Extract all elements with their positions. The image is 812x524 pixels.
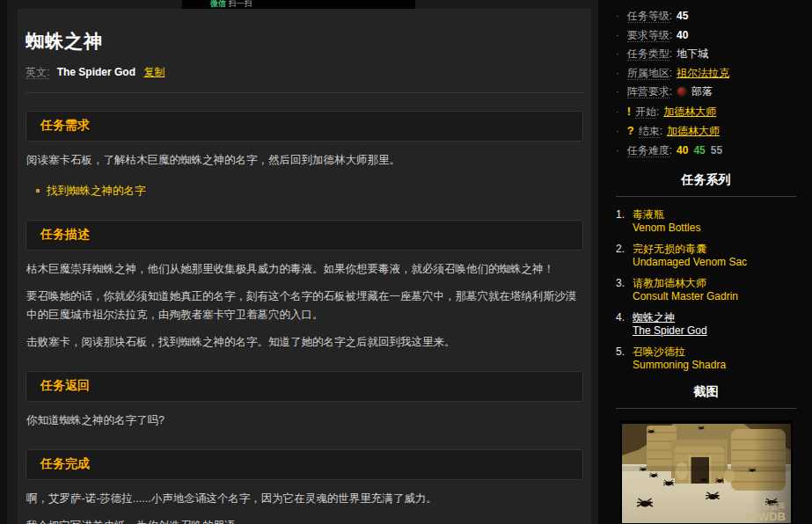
list-bullet-icon: · [616,11,619,21]
quest-series-list: 1.毒液瓶Venom Bottles2.完好无损的毒囊Undamaged Ven… [616,208,796,372]
quest-start-icon: ! [627,105,631,118]
english-label: 英文: [26,66,49,79]
difficulty-value: 55 [711,144,722,156]
section-body-2: 枯木巨魔崇拜蜘蛛之神，他们从她那里收集极具威力的毒液。如果你想要毒液，就必须召唤… [26,251,583,353]
series-item: 1.毒液瓶Venom Bottles [616,208,796,235]
quest-text-paragraph: 要召唤她的话，你就必须知道她真正的名字，刻有这个名字的石板被埋藏在一座墓穴中，那… [26,287,582,324]
quest-text-paragraph: 枯木巨魔崇拜蜘蛛之神，他们从她那里收集极具威力的毒液。如果你想要毒液，就必须召唤… [26,260,582,279]
detail-value: 地下城 [677,47,708,60]
detail-label: 所属地区 [627,67,669,80]
detail-link[interactable]: 加德林大师 [667,125,720,137]
series-number: 5. [616,346,633,372]
wechat-scan-label: 扫一扫 [229,0,252,8]
series-item: 3.请教加德林大师Consult Master Gadrin [616,277,796,303]
detail-row: ·任务类型:地下城 [616,45,796,64]
detail-row: ·阵营要求:部落 [616,83,796,102]
list-bullet-icon: · [616,68,619,78]
detail-row: ·要求等级:40 [616,26,796,46]
detail-link[interactable]: 加德林大师 [663,106,716,118]
series-item: 4.蜘蛛之神The Spider God [616,311,796,338]
series-number: 2. [616,243,633,269]
series-link-en[interactable]: The Spider God [633,324,707,338]
wechat-label: 微信 [210,0,226,8]
series-number: 4. [616,311,633,338]
section-header-3: 任务返回 [26,371,583,402]
series-link-en[interactable]: Summoning Shadra [633,359,726,372]
wechat-share-bar[interactable]: 微信 扫一扫 [182,0,415,9]
watermark-site-abbrev: 60WDB [745,510,786,523]
section-body-3: 你知道蜘蛛之神的名字了吗? [26,402,583,432]
detail-label: 开始 [635,106,656,119]
detail-value: 40 [677,29,688,41]
quest-end-icon: ? [627,124,634,137]
series-link-en[interactable]: Consult Master Gadrin [633,290,738,303]
section-header-2: 任务描述 [26,220,583,251]
detail-row: ·?结束:加德林大师 [616,121,796,142]
series-link-en[interactable]: Undamaged Venom Sac [633,256,747,269]
series-link-zh[interactable]: 蜘蛛之神 [633,311,707,324]
list-bullet-icon: · [616,30,619,40]
list-bullet-icon: · [616,106,619,117]
horde-icon [677,86,687,97]
series-number: 3. [616,277,633,303]
series-item: 5.召唤沙德拉Summoning Shadra [616,346,796,372]
difficulty-value: 40 [677,144,688,156]
copy-button[interactable]: 复制 [143,66,165,78]
objectives-list: 找到蜘蛛之神的名字 [36,183,582,199]
quest-main-panel: 蜘蛛之神 英文: The Spider God 复制 任务需求阅读塞卡石板，了解… [18,9,591,524]
section-header-4: 任务完成 [26,449,583,480]
series-item: 2.完好无损的毒囊Undamaged Venom Sac [616,243,796,269]
quest-text-paragraph: 阅读塞卡石板，了解枯木巨魔的蜘蛛之神的名字，然后回到加德林大师那里。 [26,151,582,170]
detail-label: 任务难度 [627,144,669,157]
series-link-zh[interactable]: 请教加德林大师 [633,277,738,290]
list-bullet-icon: · [616,145,619,156]
english-name: The Spider God [57,66,135,78]
series-link-zh[interactable]: 完好无损的毒囊 [633,243,747,256]
quest-text-paragraph: 啊，艾罗萨-诺-莎德拉......小声地念诵这个名字，因为它在灵魂的世界里充满了… [26,490,582,508]
detail-row: ·!开始:加德林大师 [616,102,796,122]
page-left-edge [0,0,7,524]
objective-bullet-icon [36,189,40,193]
detail-row: ·任务等级:45 [616,7,796,26]
quest-details-list: ·任务等级:45·要求等级:40·任务类型:地下城·所属地区:祖尔法拉克·阵营要… [616,7,796,160]
detail-row: ·所属地区:祖尔法拉克 [616,64,796,84]
section-body-1: 阅读塞卡石板，了解枯木巨魔的蜘蛛之神的名字，然后回到加德林大师那里。找到蜘蛛之神… [26,142,583,202]
detail-link[interactable]: 祖尔法拉克 [677,67,729,79]
list-bullet-icon: · [616,86,619,97]
zulfarrak-screenshot-image: 六号数据库 60WDB [620,420,793,524]
detail-row: ·任务难度:404555 [616,142,796,161]
faction-name: 部落 [691,85,713,98]
series-link-en[interactable]: Venom Bottles [633,222,700,235]
objective-text: 找到蜘蛛之神的名字 [47,185,146,197]
quest-info-sidebar: ·任务等级:45·要求等级:40·任务类型:地下城·所属地区:祖尔法拉克·阵营要… [598,0,812,524]
list-bullet-icon: · [616,48,619,59]
title-divider [26,92,583,93]
quest-text-paragraph: 击败塞卡，阅读那块石板，找到蜘蛛之神的名字。知道了她的名字之后就回到我这里来。 [26,333,582,352]
detail-label: 要求等级 [627,29,669,42]
detail-label: 任务类型 [627,47,669,61]
objective-item: 找到蜘蛛之神的名字 [36,183,582,199]
series-number: 1. [616,208,633,235]
series-divider [616,196,796,197]
detail-label: 阵营要求 [627,85,669,98]
difficulty-value: 45 [693,144,705,156]
series-header: 任务系列 [616,172,796,188]
list-bullet-icon: · [616,126,619,136]
section-body-4: 啊，艾罗萨-诺-莎德拉......小声地念诵这个名字，因为它在灵魂的世界里充满了… [26,480,583,524]
quest-text-paragraph: 我会把它写进羊皮纸，为你创造召唤的咒语...... [26,517,582,524]
detail-value: 45 [677,10,688,22]
detail-label: 结束 [639,125,660,138]
quest-screenshot-thumbnail[interactable]: 六号数据库 60WDB [620,420,793,524]
detail-label: 任务等级 [627,10,669,23]
section-header-1: 任务需求 [26,111,583,142]
screenshots-header: 截图 [616,384,796,400]
series-link-zh[interactable]: 毒液瓶 [633,208,700,222]
page-title: 蜘蛛之神 [26,29,583,54]
quest-sections: 任务需求阅读塞卡石板，了解枯木巨魔的蜘蛛之神的名字，然后回到加德林大师那里。找到… [26,111,583,524]
quest-text-paragraph: 你知道蜘蛛之神的名字了吗? [26,411,582,430]
english-name-row: 英文: The Spider God 复制 [26,65,583,80]
series-link-zh[interactable]: 召唤沙德拉 [633,346,726,359]
screenshots-divider [616,408,796,409]
